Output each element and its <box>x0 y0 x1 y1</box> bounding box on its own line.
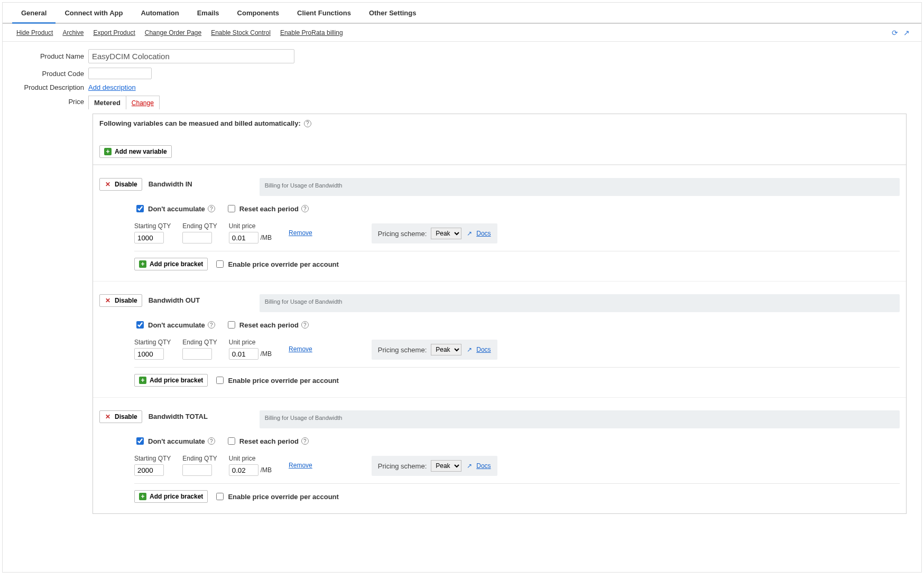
metered-intro: Following variables can be measued and b… <box>99 119 311 127</box>
variable-desc: Billing for Usage of Bandwidth <box>260 410 900 428</box>
starting-qty-label: Starting QTY <box>134 339 171 346</box>
ending-qty-input[interactable] <box>182 464 212 476</box>
remove-link[interactable]: Remove <box>289 462 312 469</box>
help-icon[interactable]: ? <box>301 437 309 445</box>
help-icon[interactable]: ? <box>208 205 215 212</box>
unit-price-input[interactable] <box>229 464 258 476</box>
product-code-input[interactable] <box>88 68 152 79</box>
close-icon: ✕ <box>104 413 112 420</box>
tab-components[interactable]: Components <box>228 3 288 24</box>
reset-each-checkbox[interactable] <box>228 437 235 445</box>
product-name-input[interactable] <box>88 49 294 63</box>
close-icon: ✕ <box>104 181 112 188</box>
dont-accumulate-checkbox[interactable] <box>136 205 144 212</box>
pricing-scheme-select[interactable]: Peak <box>431 460 461 472</box>
dont-accumulate-checkbox[interactable] <box>136 321 144 329</box>
sub-action-bar: Hide ProductArchiveExport ProductChange … <box>3 24 921 42</box>
tab-emails[interactable]: Emails <box>188 3 228 24</box>
close-icon: ✕ <box>104 297 112 304</box>
add-price-bracket-button[interactable]: + Add price bracket <box>134 258 208 270</box>
sublink-archive[interactable]: Archive <box>62 29 84 36</box>
enable-override-option[interactable]: Enable price override per account <box>214 491 339 502</box>
variable-desc: Billing for Usage of Bandwidth <box>260 294 900 312</box>
docs-link[interactable]: Docs <box>476 230 491 237</box>
dont-accumulate-option[interactable]: Don't accumulate ? <box>134 320 215 330</box>
sublink-enable-stock-control[interactable]: Enable Stock Control <box>211 29 271 36</box>
main-tabs: GeneralConnect with AppAutomationEmailsC… <box>3 3 921 24</box>
enable-override-checkbox[interactable] <box>216 377 224 384</box>
reset-each-checkbox[interactable] <box>228 321 235 329</box>
dont-accumulate-checkbox[interactable] <box>136 437 144 445</box>
pricing-scheme-select[interactable]: Peak <box>431 344 461 355</box>
sublink-hide-product[interactable]: Hide Product <box>16 29 53 36</box>
unit-price-input[interactable] <box>229 348 258 360</box>
docs-link[interactable]: Docs <box>476 346 491 353</box>
pricing-scheme-select[interactable]: Peak <box>431 228 461 239</box>
variable-block: ✕ Disable Bandwidth OUT Billing for Usag… <box>93 281 906 397</box>
enable-override-checkbox[interactable] <box>216 493 224 500</box>
disable-button[interactable]: ✕ Disable <box>99 178 142 191</box>
plus-icon: + <box>139 377 146 384</box>
variable-title: Bandwidth IN <box>149 178 260 188</box>
ending-qty-label: Ending QTY <box>182 339 217 346</box>
open-external-icon[interactable]: ↗ <box>903 29 910 37</box>
ending-qty-input[interactable] <box>182 232 212 243</box>
variable-block: ✕ Disable Bandwidth TOTAL Billing for Us… <box>93 397 906 513</box>
disable-button[interactable]: ✕ Disable <box>99 410 142 423</box>
reset-each-option[interactable]: Reset each period ? <box>226 320 309 330</box>
refresh-icon[interactable]: ⟳ <box>892 29 898 37</box>
dont-accumulate-option[interactable]: Don't accumulate ? <box>134 436 215 446</box>
variable-title: Bandwidth OUT <box>149 294 260 304</box>
change-price-mode-link[interactable]: Change <box>126 97 159 109</box>
product-name-label: Product Name <box>14 52 88 60</box>
ending-qty-input[interactable] <box>182 348 212 360</box>
starting-qty-input[interactable] <box>134 464 164 476</box>
sublink-enable-prorata-billing[interactable]: Enable ProRata billing <box>280 29 343 36</box>
product-desc-label: Product Description <box>14 83 88 91</box>
docs-link[interactable]: Docs <box>476 462 491 470</box>
remove-link[interactable]: Remove <box>289 345 312 353</box>
add-description-link[interactable]: Add description <box>88 83 136 91</box>
help-icon[interactable]: ? <box>301 321 309 329</box>
sublink-change-order-page[interactable]: Change Order Page <box>145 29 201 36</box>
remove-link[interactable]: Remove <box>289 229 312 237</box>
disable-button[interactable]: ✕ Disable <box>99 294 142 307</box>
metered-panel: Following variables can be measued and b… <box>93 114 907 514</box>
enable-override-option[interactable]: Enable price override per account <box>214 259 339 269</box>
add-price-bracket-button[interactable]: + Add price bracket <box>134 490 208 503</box>
ending-qty-label: Ending QTY <box>182 455 217 462</box>
enable-override-option[interactable]: Enable price override per account <box>214 375 339 386</box>
add-price-bracket-button[interactable]: + Add price bracket <box>134 374 208 387</box>
unit-price-label: Unit price <box>229 222 272 230</box>
open-external-icon: ↗ <box>467 230 472 237</box>
open-external-icon: ↗ <box>467 462 472 470</box>
help-icon[interactable]: ? <box>301 205 309 212</box>
ending-qty-label: Ending QTY <box>182 222 217 230</box>
sublink-export-product[interactable]: Export Product <box>93 29 135 36</box>
reset-each-option[interactable]: Reset each period ? <box>226 203 309 214</box>
help-icon[interactable]: ? <box>208 321 215 329</box>
add-variable-button[interactable]: + Add new variable <box>99 145 172 158</box>
starting-qty-input[interactable] <box>134 348 164 360</box>
price-label: Price <box>14 96 88 106</box>
starting-qty-input[interactable] <box>134 232 164 243</box>
pricing-scheme-box: Pricing scheme: Peak ↗ Docs <box>372 456 497 476</box>
variable-block: ✕ Disable Bandwidth IN Billing for Usage… <box>93 165 906 281</box>
variable-title: Bandwidth TOTAL <box>149 410 260 420</box>
tab-client-functions[interactable]: Client Functions <box>288 3 360 24</box>
reset-each-option[interactable]: Reset each period ? <box>226 436 309 446</box>
dont-accumulate-option[interactable]: Don't accumulate ? <box>134 203 215 214</box>
tab-other-settings[interactable]: Other Settings <box>360 3 426 24</box>
tab-connect-with-app[interactable]: Connect with App <box>56 3 132 24</box>
tab-automation[interactable]: Automation <box>132 3 188 24</box>
unit-price-input[interactable] <box>229 232 258 243</box>
unit-price-label: Unit price <box>229 455 272 462</box>
help-icon[interactable]: ? <box>304 120 311 127</box>
unit-suffix: /MB <box>261 350 272 358</box>
tab-general[interactable]: General <box>12 3 56 24</box>
pricing-scheme-box: Pricing scheme: Peak ↗ Docs <box>372 340 497 360</box>
enable-override-checkbox[interactable] <box>216 260 224 268</box>
reset-each-checkbox[interactable] <box>228 205 235 212</box>
help-icon[interactable]: ? <box>208 437 215 445</box>
price-mode: Metered <box>89 96 126 109</box>
